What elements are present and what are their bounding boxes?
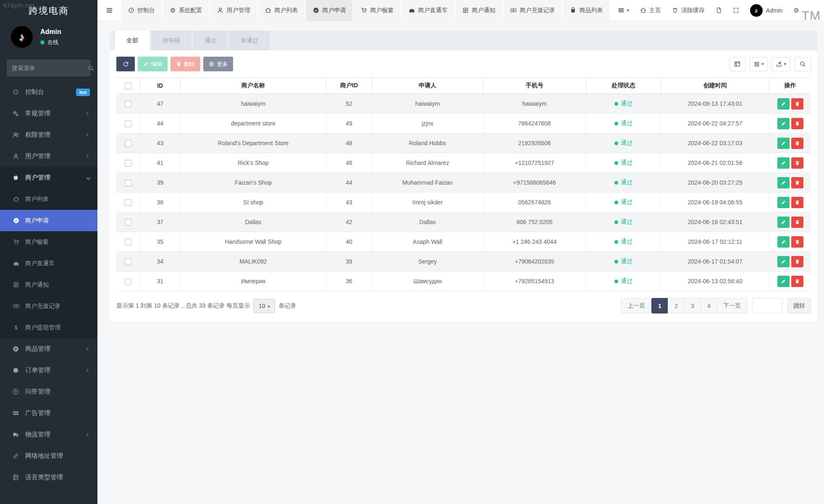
pagination-page-1[interactable]: 1 [651, 298, 668, 313]
nav-tab-merchant-notice[interactable]: 商户通知 [455, 0, 502, 21]
sidebar-item-console[interactable]: 控制台hot [0, 81, 97, 103]
sidebar-toggle-button[interactable] [97, 0, 121, 21]
sidebar-item-general-mgmt[interactable]: 常规管理 [0, 103, 97, 124]
filter-tab-2[interactable]: 通过 [193, 31, 228, 50]
row-checkbox[interactable] [125, 180, 131, 186]
pagination-next[interactable]: 下一页 [717, 298, 747, 313]
status-link[interactable]: 通过 [621, 218, 632, 226]
nav-tab-merchant-through-train[interactable]: 商户直通车 [402, 0, 454, 21]
sidebar-item-merchant-list[interactable]: 商户列表 [0, 188, 97, 210]
page-size-select[interactable]: 10 ▴ [253, 299, 275, 313]
refresh-button[interactable] [116, 57, 135, 71]
status-link[interactable]: 通过 [621, 277, 632, 285]
row-delete-button[interactable] [791, 217, 803, 228]
row-delete-button[interactable] [791, 236, 803, 248]
nav-tab-product-list[interactable]: 商品列表 [563, 0, 610, 21]
status-link[interactable]: 通过 [621, 120, 632, 127]
row-delete-button[interactable] [791, 157, 803, 169]
select-all-checkbox[interactable] [125, 83, 131, 89]
home-link[interactable]: 主页 [635, 0, 667, 21]
edit-button[interactable]: 编辑 [138, 57, 168, 71]
sidebar-item-merchant-recharge[interactable]: 商户充值记录 [0, 295, 97, 317]
search-icon[interactable] [88, 65, 94, 71]
status-link[interactable]: 通过 [621, 179, 632, 186]
pagination-prev[interactable]: 上一页 [621, 298, 651, 313]
status-link[interactable]: 通过 [621, 238, 632, 245]
row-edit-button[interactable] [777, 197, 790, 208]
more-button[interactable]: ⚙ 更多 [203, 57, 233, 71]
status-link[interactable]: 通过 [621, 139, 632, 147]
status-link[interactable]: 通过 [621, 159, 632, 167]
nav-tab-merchant-apply[interactable]: 商户申请 [306, 0, 353, 21]
row-edit-button[interactable] [777, 98, 790, 110]
sidebar-item-qa-mgmt[interactable]: ?问答管理 [0, 381, 97, 402]
search-toggle-button[interactable] [794, 57, 811, 71]
sidebar-item-ad-mgmt[interactable]: 广告管理 [0, 402, 97, 424]
fullscreen-button[interactable] [727, 0, 745, 21]
sidebar-item-user-mgmt[interactable]: 用户管理 [0, 146, 97, 167]
pagination-page-2[interactable]: 2 [668, 298, 685, 313]
nav-tab-console[interactable]: 控制台 [121, 0, 162, 21]
filter-tab-0[interactable]: 全部 [115, 31, 150, 50]
sidebar-item-merchant-notice[interactable]: 商户通知 [0, 274, 97, 295]
row-delete-button[interactable] [791, 256, 803, 267]
sidebar-item-merchant-through-train[interactable]: 商户直通车 [0, 253, 97, 274]
detail-view-button[interactable] [729, 57, 746, 71]
row-checkbox[interactable] [125, 120, 131, 127]
status-link[interactable]: 通过 [621, 258, 632, 265]
page-jump-button[interactable]: 跳转 [787, 298, 811, 313]
sidebar-item-language-type-mgmt[interactable]: 语言类型管理 [0, 467, 97, 488]
row-checkbox[interactable] [125, 239, 131, 245]
delete-button[interactable]: 删除 [171, 57, 200, 71]
row-edit-button[interactable] [777, 177, 790, 188]
status-link[interactable]: 通过 [621, 100, 632, 107]
avatar[interactable]: ♪ [11, 26, 33, 48]
columns-dropdown-button[interactable]: ▾ [750, 57, 768, 71]
row-edit-button[interactable] [777, 138, 790, 149]
row-delete-button[interactable] [791, 138, 803, 149]
row-checkbox[interactable] [125, 259, 131, 265]
row-edit-button[interactable] [777, 157, 790, 169]
row-checkbox[interactable] [125, 219, 131, 226]
sidebar-item-permission-mgmt[interactable]: 权限管理 [0, 124, 97, 146]
row-edit-button[interactable] [777, 118, 790, 129]
row-delete-button[interactable] [791, 177, 803, 188]
sidebar-item-order-mgmt[interactable]: 订单管理 [0, 360, 97, 381]
row-edit-button[interactable] [777, 256, 790, 267]
sidebar-item-merchant-mgmt[interactable]: 商户管理 [0, 167, 97, 188]
row-checkbox[interactable] [125, 278, 131, 285]
filter-tab-3[interactable]: 未通过 [229, 31, 270, 50]
nav-tab-merchant-recharge[interactable]: 商户充值记录 [503, 0, 562, 21]
nav-tab-system-config[interactable]: ⚙系统配置 [163, 0, 209, 21]
user-menu[interactable]: ♪ Admin [745, 0, 788, 21]
status-link[interactable]: 通过 [621, 198, 632, 206]
file-button[interactable] [710, 0, 727, 21]
sidebar-item-merchant-apply[interactable]: 商户申请 [0, 210, 97, 231]
sidebar-item-merchant-withdraw[interactable]: $商户提现管理 [0, 317, 97, 338]
row-edit-button[interactable] [777, 217, 790, 228]
export-dropdown-button[interactable]: ▾ [772, 57, 790, 71]
pagination-page-3[interactable]: 3 [684, 298, 701, 313]
row-checkbox[interactable] [125, 140, 131, 147]
nav-tab-merchant-showcase[interactable]: 商户橱窗 [354, 0, 401, 21]
row-delete-button[interactable] [791, 118, 803, 129]
row-checkbox[interactable] [125, 101, 131, 107]
row-checkbox[interactable] [125, 199, 131, 206]
nav-tab-merchant-list[interactable]: 商户列表 [258, 0, 305, 21]
menu-search-input[interactable] [12, 65, 88, 71]
page-jump-input[interactable] [752, 298, 782, 313]
row-delete-button[interactable] [791, 197, 803, 208]
sidebar-item-logistics-mgmt[interactable]: 物流管理 [0, 424, 97, 445]
nav-tab-user-mgmt[interactable]: 用户管理 [210, 0, 257, 21]
sidebar-item-merchant-showcase[interactable]: 商户橱窗 [0, 231, 97, 253]
row-edit-button[interactable] [777, 276, 790, 287]
pagination-page-4[interactable]: 4 [701, 298, 717, 313]
row-checkbox[interactable] [125, 160, 131, 167]
clear-cache-button[interactable]: 清除缓存 [667, 0, 710, 21]
row-delete-button[interactable] [791, 98, 803, 110]
sidebar-item-network-address-mgmt[interactable]: 网络地址管理 [0, 445, 97, 467]
topbar-menu-dropdown[interactable]: ▾ [612, 0, 635, 21]
row-delete-button[interactable] [791, 276, 803, 287]
row-edit-button[interactable] [777, 236, 790, 248]
sidebar-item-product-mgmt[interactable]: P商品管理 [0, 338, 97, 360]
